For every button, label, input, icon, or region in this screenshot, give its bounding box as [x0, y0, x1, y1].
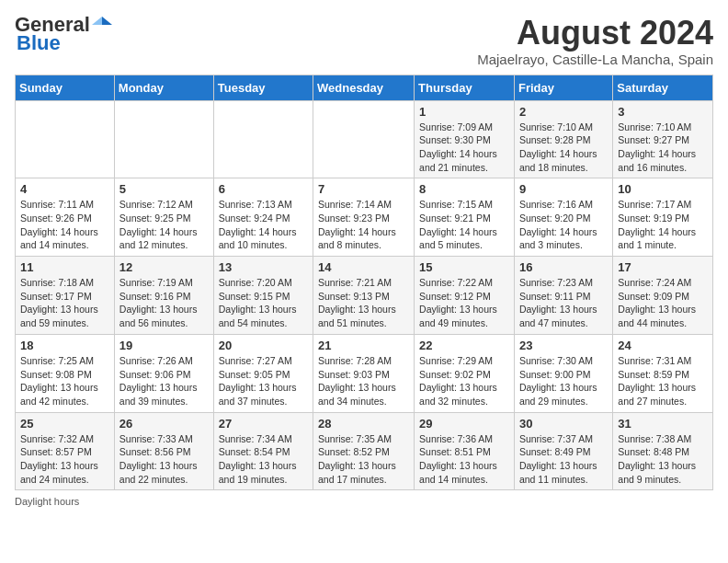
- column-header-thursday: Thursday: [415, 75, 515, 100]
- day-number: 26: [119, 417, 209, 431]
- day-info: Sunrise: 7:38 AMSunset: 8:48 PMDaylight:…: [618, 432, 708, 487]
- week-row-4: 18Sunrise: 7:25 AMSunset: 9:08 PMDayligh…: [16, 334, 713, 412]
- header-row: SundayMondayTuesdayWednesdayThursdayFrid…: [16, 75, 713, 100]
- day-number: 15: [419, 260, 509, 274]
- day-number: 16: [519, 260, 608, 274]
- day-info: Sunrise: 7:13 AMSunset: 9:24 PMDaylight:…: [219, 198, 308, 252]
- day-number: 13: [219, 260, 308, 274]
- day-info: Sunrise: 7:26 AMSunset: 9:06 PMDaylight:…: [119, 354, 209, 408]
- day-cell: 7Sunrise: 7:14 AMSunset: 9:23 PMDaylight…: [313, 178, 415, 257]
- day-info: Sunrise: 7:36 AMSunset: 8:51 PMDaylight:…: [419, 432, 509, 487]
- day-info: Sunrise: 7:32 AMSunset: 8:57 PMDaylight:…: [20, 432, 109, 487]
- day-info: Sunrise: 7:23 AMSunset: 9:11 PMDaylight:…: [519, 276, 608, 330]
- footer-note: Daylight hours: [15, 496, 713, 507]
- day-cell: [114, 100, 213, 178]
- day-cell: 19Sunrise: 7:26 AMSunset: 9:06 PMDayligh…: [114, 334, 213, 412]
- day-cell: 11Sunrise: 7:18 AMSunset: 9:17 PMDayligh…: [16, 257, 115, 335]
- day-cell: 9Sunrise: 7:16 AMSunset: 9:20 PMDaylight…: [514, 178, 612, 257]
- day-cell: 27Sunrise: 7:34 AMSunset: 8:54 PMDayligh…: [213, 412, 313, 490]
- day-number: 20: [219, 339, 308, 352]
- column-header-friday: Friday: [514, 75, 612, 100]
- day-info: Sunrise: 7:25 AMSunset: 9:08 PMDaylight:…: [20, 354, 109, 408]
- day-cell: 30Sunrise: 7:37 AMSunset: 8:49 PMDayligh…: [514, 412, 612, 490]
- day-cell: 22Sunrise: 7:29 AMSunset: 9:02 PMDayligh…: [415, 334, 515, 412]
- day-info: Sunrise: 7:27 AMSunset: 9:05 PMDaylight:…: [219, 354, 308, 408]
- day-number: 30: [519, 417, 608, 431]
- day-cell: 23Sunrise: 7:30 AMSunset: 9:00 PMDayligh…: [514, 334, 612, 412]
- day-cell: 3Sunrise: 7:10 AMSunset: 9:27 PMDaylight…: [613, 100, 713, 178]
- day-cell: 12Sunrise: 7:19 AMSunset: 9:16 PMDayligh…: [114, 257, 213, 335]
- day-number: 18: [20, 339, 109, 352]
- day-number: 22: [419, 339, 509, 352]
- day-number: 19: [119, 339, 209, 352]
- calendar-body: 1Sunrise: 7:09 AMSunset: 9:30 PMDaylight…: [16, 100, 713, 490]
- day-cell: 29Sunrise: 7:36 AMSunset: 8:51 PMDayligh…: [415, 412, 515, 490]
- day-number: 31: [618, 417, 708, 431]
- day-info: Sunrise: 7:22 AMSunset: 9:12 PMDaylight:…: [419, 276, 509, 330]
- day-info: Sunrise: 7:37 AMSunset: 8:49 PMDaylight:…: [519, 432, 608, 487]
- day-cell: 5Sunrise: 7:12 AMSunset: 9:25 PMDaylight…: [114, 178, 213, 257]
- day-number: 3: [618, 105, 708, 119]
- day-cell: 2Sunrise: 7:10 AMSunset: 9:28 PMDaylight…: [514, 100, 612, 178]
- day-info: Sunrise: 7:33 AMSunset: 8:56 PMDaylight:…: [119, 432, 209, 487]
- week-row-3: 11Sunrise: 7:18 AMSunset: 9:17 PMDayligh…: [16, 257, 713, 335]
- day-info: Sunrise: 7:24 AMSunset: 9:09 PMDaylight:…: [618, 276, 708, 330]
- day-info: Sunrise: 7:19 AMSunset: 9:16 PMDaylight:…: [119, 276, 209, 330]
- day-info: Sunrise: 7:12 AMSunset: 9:25 PMDaylight:…: [119, 198, 209, 252]
- day-info: Sunrise: 7:17 AMSunset: 9:19 PMDaylight:…: [618, 198, 708, 252]
- column-header-monday: Monday: [114, 75, 213, 100]
- calendar-header: SundayMondayTuesdayWednesdayThursdayFrid…: [16, 75, 713, 100]
- day-info: Sunrise: 7:34 AMSunset: 8:54 PMDaylight:…: [219, 432, 308, 487]
- calendar-title: August 2024: [477, 15, 713, 52]
- day-cell: 8Sunrise: 7:15 AMSunset: 9:21 PMDaylight…: [415, 178, 515, 257]
- svg-marker-0: [102, 17, 112, 25]
- column-header-saturday: Saturday: [613, 75, 713, 100]
- logo: General Blue: [15, 15, 112, 53]
- day-cell: 14Sunrise: 7:21 AMSunset: 9:13 PMDayligh…: [313, 257, 415, 335]
- day-cell: 25Sunrise: 7:32 AMSunset: 8:57 PMDayligh…: [16, 412, 115, 490]
- day-info: Sunrise: 7:21 AMSunset: 9:13 PMDaylight:…: [318, 276, 409, 330]
- day-cell: [313, 100, 415, 178]
- day-info: Sunrise: 7:14 AMSunset: 9:23 PMDaylight:…: [318, 198, 409, 252]
- title-area: August 2024 Majaelrayo, Castille-La Manc…: [477, 15, 713, 67]
- day-number: 6: [219, 182, 308, 196]
- calendar-table: SundayMondayTuesdayWednesdayThursdayFrid…: [15, 75, 713, 491]
- day-info: Sunrise: 7:10 AMSunset: 9:27 PMDaylight:…: [618, 121, 708, 175]
- svg-marker-1: [92, 17, 102, 25]
- day-info: Sunrise: 7:28 AMSunset: 9:03 PMDaylight:…: [318, 354, 409, 408]
- day-number: 2: [519, 105, 608, 119]
- day-number: 14: [318, 260, 409, 274]
- day-number: 17: [618, 260, 708, 274]
- day-info: Sunrise: 7:10 AMSunset: 9:28 PMDaylight:…: [519, 121, 608, 175]
- day-cell: 1Sunrise: 7:09 AMSunset: 9:30 PMDaylight…: [415, 100, 515, 178]
- week-row-5: 25Sunrise: 7:32 AMSunset: 8:57 PMDayligh…: [16, 412, 713, 490]
- day-cell: [213, 100, 313, 178]
- day-number: 25: [20, 417, 109, 431]
- header: General Blue August 2024 Majaelrayo, Cas…: [15, 15, 713, 67]
- column-header-tuesday: Tuesday: [213, 75, 313, 100]
- day-number: 12: [119, 260, 209, 274]
- day-info: Sunrise: 7:09 AMSunset: 9:30 PMDaylight:…: [419, 121, 509, 175]
- day-cell: 10Sunrise: 7:17 AMSunset: 9:19 PMDayligh…: [613, 178, 713, 257]
- day-number: 24: [618, 339, 708, 352]
- day-info: Sunrise: 7:18 AMSunset: 9:17 PMDaylight:…: [20, 276, 109, 330]
- day-info: Sunrise: 7:11 AMSunset: 9:26 PMDaylight:…: [20, 198, 109, 252]
- day-number: 27: [219, 417, 308, 431]
- day-cell: 24Sunrise: 7:31 AMSunset: 8:59 PMDayligh…: [613, 334, 713, 412]
- day-number: 7: [318, 182, 409, 196]
- day-cell: 20Sunrise: 7:27 AMSunset: 9:05 PMDayligh…: [213, 334, 313, 412]
- day-number: 29: [419, 417, 509, 431]
- day-cell: 15Sunrise: 7:22 AMSunset: 9:12 PMDayligh…: [415, 257, 515, 335]
- day-number: 1: [419, 105, 509, 119]
- day-number: 28: [318, 417, 409, 431]
- day-number: 21: [318, 339, 409, 352]
- day-cell: 28Sunrise: 7:35 AMSunset: 8:52 PMDayligh…: [313, 412, 415, 490]
- day-cell: 17Sunrise: 7:24 AMSunset: 9:09 PMDayligh…: [613, 257, 713, 335]
- day-info: Sunrise: 7:29 AMSunset: 9:02 PMDaylight:…: [419, 354, 509, 408]
- day-number: 9: [519, 182, 608, 196]
- logo-blue-text: Blue: [17, 33, 61, 53]
- logo-bird-icon: [92, 15, 112, 35]
- week-row-1: 1Sunrise: 7:09 AMSunset: 9:30 PMDaylight…: [16, 100, 713, 178]
- day-number: 4: [20, 182, 109, 196]
- day-info: Sunrise: 7:16 AMSunset: 9:20 PMDaylight:…: [519, 198, 608, 252]
